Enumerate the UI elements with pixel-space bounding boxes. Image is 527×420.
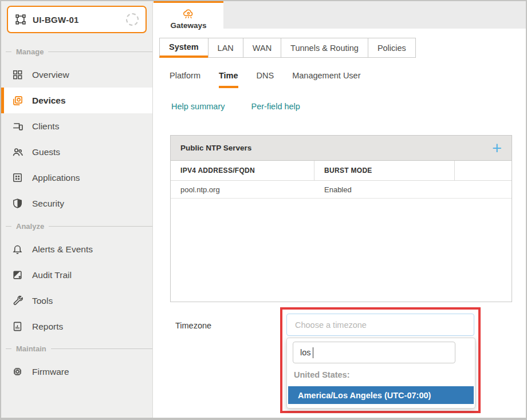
- subtab-management-user[interactable]: Management User: [292, 71, 360, 88]
- applications-icon: [11, 172, 23, 184]
- sidebar-section-maintain: Maintain: [1, 342, 152, 355]
- main-content: Gateways System LAN WAN Tunnels & Routin…: [154, 1, 526, 418]
- sidebar-item-tools[interactable]: Tools: [1, 288, 152, 314]
- sidebar-item-alerts-events[interactable]: Alerts & Events: [1, 236, 152, 262]
- wrench-icon: [11, 295, 23, 307]
- timezone-select-placeholder: Choose a timezone: [295, 320, 367, 330]
- column-header-actions: [455, 161, 512, 180]
- tab-gateways-label: Gateways: [170, 21, 206, 30]
- sidebar-item-label: Reports: [32, 322, 63, 332]
- firmware-chip-icon: [11, 366, 23, 378]
- devices-icon: [11, 94, 23, 106]
- column-header-ipv4: IPV4 ADDRESS/FQDN: [171, 161, 314, 180]
- sidebar-item-reports[interactable]: Reports: [1, 314, 152, 339]
- timezone-label: Timezone: [175, 321, 211, 330]
- tab-gateways[interactable]: Gateways: [154, 1, 223, 35]
- clients-icon: [11, 120, 23, 132]
- tab-wan[interactable]: WAN: [243, 38, 281, 58]
- sidebar-item-security[interactable]: Security: [1, 191, 152, 216]
- app-window: UI-BGW-01 Manage Overview: [0, 0, 527, 420]
- help-summary-link[interactable]: Help summary: [171, 102, 225, 111]
- ntp-address-cell: pool.ntp.org: [171, 181, 314, 198]
- per-field-help-link[interactable]: Per-field help: [251, 102, 300, 111]
- bell-icon: [11, 243, 23, 255]
- help-links: Help summary Per-field help: [171, 102, 300, 111]
- text-cursor: [313, 347, 313, 358]
- sidebar-item-label: Applications: [32, 173, 80, 183]
- section-label: Analyze: [16, 222, 44, 231]
- sidebar-item-overview[interactable]: Overview: [1, 62, 152, 88]
- tab-tunnels-routing[interactable]: Tunnels & Routing: [281, 38, 368, 58]
- ntp-burst-cell: Enabled: [314, 181, 455, 198]
- timezone-group-label: United States:: [294, 370, 350, 379]
- ntp-card-title: Public NTP Servers: [180, 144, 251, 152]
- tab-policies[interactable]: Policies: [368, 38, 416, 58]
- tab-label: LAN: [218, 43, 234, 53]
- ntp-table-header-row: IPV4 ADDRESS/FQDN BURST MODE: [171, 161, 512, 181]
- add-ntp-server-button[interactable]: +: [492, 142, 502, 154]
- report-icon: [11, 320, 23, 332]
- sidebar-item-label: Overview: [32, 70, 69, 80]
- tab-label: Tunnels & Routing: [290, 43, 359, 53]
- tab-lan[interactable]: LAN: [208, 38, 243, 58]
- guests-icon: [11, 146, 23, 158]
- sidebar-item-firmware[interactable]: Firmware: [1, 359, 152, 385]
- timezone-option-los-angeles[interactable]: America/Los Angeles (UTC-07:00): [288, 386, 474, 404]
- sidebar-item-devices[interactable]: Devices: [1, 88, 152, 113]
- sidebar-item-label: Security: [32, 199, 64, 209]
- section-label: Manage: [16, 47, 44, 56]
- column-header-burst-mode: BURST MODE: [314, 161, 455, 180]
- subtab-platform[interactable]: Platform: [170, 71, 200, 88]
- overview-icon: [11, 69, 23, 81]
- sidebar-item-applications[interactable]: Applications: [1, 165, 152, 191]
- sidebar-item-label: Guests: [32, 147, 60, 157]
- audit-trail-icon: [11, 269, 23, 281]
- tab-system[interactable]: System: [159, 38, 209, 58]
- sidebar-item-audit-trail[interactable]: Audit Trail: [1, 262, 152, 288]
- timezone-dropdown-panel: United States: America/Los Angeles (UTC-…: [286, 338, 475, 409]
- shield-icon: [11, 197, 23, 209]
- section-label: Maintain: [16, 344, 46, 353]
- public-ntp-servers-card: Public NTP Servers + IPV4 ADDRESS/FQDN B…: [170, 135, 512, 302]
- loading-spinner-icon: [126, 13, 139, 26]
- sidebar-item-clients[interactable]: Clients: [1, 113, 152, 139]
- subtab-time[interactable]: Time: [219, 71, 238, 88]
- header-strip: [223, 1, 526, 29]
- device-name: UI-BGW-01: [33, 15, 79, 25]
- sidebar-item-label: Alerts & Events: [32, 244, 93, 255]
- tab-label: System: [169, 42, 199, 51]
- timezone-select[interactable]: Choose a timezone: [286, 314, 474, 336]
- sidebar-item-label: Firmware: [32, 367, 69, 377]
- sidebar-item-guests[interactable]: Guests: [1, 139, 152, 165]
- sidebar-item-label: Tools: [32, 296, 53, 306]
- table-row[interactable]: pool.ntp.org Enabled: [171, 181, 512, 199]
- sidebar-section-analyze: Analyze: [1, 219, 152, 233]
- timezone-search-input[interactable]: [293, 342, 455, 363]
- sidebar-section-manage: Manage: [1, 45, 152, 58]
- sidebar-item-label: Devices: [32, 96, 66, 106]
- system-subtabs: Platform Time DNS Management User: [170, 71, 361, 88]
- subtab-dns[interactable]: DNS: [257, 71, 274, 88]
- config-tabs: System LAN WAN Tunnels & Routing Policie…: [159, 38, 416, 58]
- gateway-cloud-icon: [182, 9, 195, 20]
- ntp-card-header: Public NTP Servers +: [171, 136, 512, 161]
- tab-label: Policies: [377, 43, 406, 53]
- tab-label: WAN: [253, 43, 272, 53]
- sidebar-item-label: Audit Trail: [32, 270, 72, 280]
- sidebar-item-label: Clients: [32, 121, 59, 132]
- sidebar: UI-BGW-01 Manage Overview: [1, 1, 153, 418]
- device-selector[interactable]: UI-BGW-01: [7, 6, 147, 33]
- device-frame-icon: [15, 14, 26, 25]
